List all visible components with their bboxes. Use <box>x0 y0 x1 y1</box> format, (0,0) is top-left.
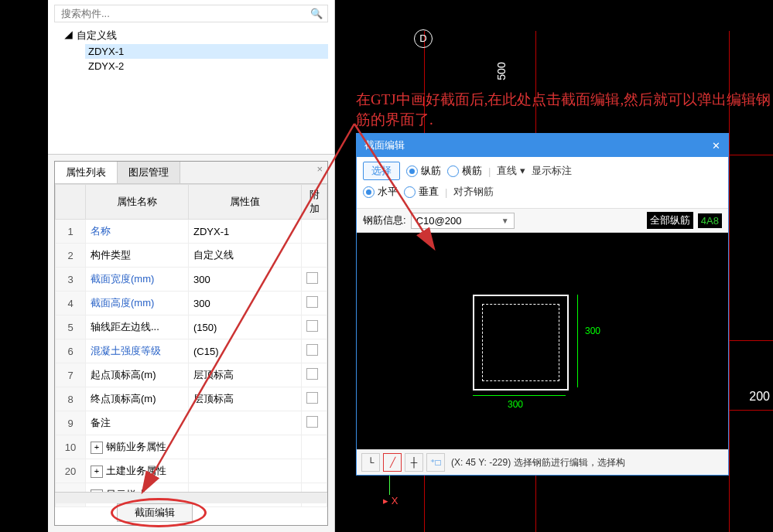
horizontal-scrollbar[interactable] <box>55 492 327 503</box>
dim-width: 300 <box>508 399 523 410</box>
search-row: 🔍 <box>54 5 328 22</box>
coords: (X: 45 Y: -229) <box>451 457 511 468</box>
radio-horizontal[interactable]: 水平 <box>363 185 398 199</box>
table-row[interactable]: 2构件类型自定义线 <box>56 244 327 268</box>
rebar-info-combo[interactable]: C10@200▼ <box>411 213 515 229</box>
show-dimensions[interactable]: 显示标注 <box>532 164 572 178</box>
left-panel: 🔍 ◢ 自定义线 ZDYX-1 ZDYX-2 × 属性列表 图层管理 属性名称 … <box>48 0 335 532</box>
cross-icon[interactable]: ┼ <box>405 453 423 472</box>
property-panel: × 属性列表 图层管理 属性名称 属性值 附加 1名称ZDYX-12构件类型自定… <box>54 161 328 526</box>
table-row[interactable]: 1名称ZDYX-1 <box>56 220 327 244</box>
line-tool[interactable]: 直线 ▾ <box>497 164 525 178</box>
col-header-extra: 附加 <box>302 185 327 220</box>
radio-horizontal-rebar[interactable]: 横筋 <box>447 164 482 178</box>
rebar-info-label: 钢筋信息: <box>363 213 406 227</box>
dialog-title: 截面编辑 <box>364 138 405 152</box>
table-row[interactable]: 20+土建业务属性 <box>56 459 327 483</box>
col-header-value: 属性值 <box>189 185 302 220</box>
bg-dimension-1: 500 <box>495 62 508 80</box>
table-row[interactable]: 9备注 <box>56 411 327 435</box>
axis-indicator: ▸ X <box>383 495 398 506</box>
table-row[interactable]: 6混凝土强度等级(C15) <box>56 339 327 363</box>
select-button[interactable]: 选择 <box>363 162 400 180</box>
col-header-name: 属性名称 <box>86 185 189 220</box>
annotation-text: 在GTJ中画好截面后,在此处点击截面编辑,然后就可以弹出编辑钢筋的界面了. <box>356 90 773 130</box>
bg-dimension-2: 200 <box>749 390 770 404</box>
radio-vertical-rebar[interactable]: 纵筋 <box>406 164 441 178</box>
close-icon[interactable]: × <box>316 163 323 175</box>
section-canvas[interactable]: 300 300 <box>357 233 728 449</box>
table-row[interactable]: 4截面高度(mm)300 <box>56 292 327 315</box>
section-edit-dialog: 截面编辑 ✕ 选择 纵筋 横筋 | 直线 ▾ 显示标注 水平 垂直 | 对齐钢筋… <box>356 133 729 476</box>
table-row[interactable]: 10+钢筋业务属性 <box>56 435 327 459</box>
diagonal-icon[interactable]: ╱ <box>383 453 402 472</box>
radio-vertical[interactable]: 垂直 <box>404 185 439 199</box>
status-hint: 选择钢筋进行编辑，选择构 <box>514 457 625 468</box>
dialog-close-icon[interactable]: ✕ <box>712 140 720 152</box>
table-row[interactable]: 8终点顶标高(m)层顶标高 <box>56 387 327 411</box>
property-table: 属性名称 属性值 附加 1名称ZDYX-12构件类型自定义线3截面宽度(mm)3… <box>55 184 327 507</box>
component-tree: 🔍 ◢ 自定义线 ZDYX-1 ZDYX-2 <box>48 0 334 155</box>
section-edit-button[interactable]: 截面编辑 <box>117 503 193 522</box>
all-rebar-value: 4A8 <box>698 213 722 228</box>
plus-icon[interactable]: ⁺□ <box>426 453 445 472</box>
table-row[interactable]: 7起点顶标高(m)层顶标高 <box>56 363 327 387</box>
align-rebar[interactable]: 对齐钢筋 <box>453 185 494 199</box>
table-row[interactable]: 5轴线距左边线...(150) <box>56 315 327 339</box>
dialog-titlebar[interactable]: 截面编辑 ✕ <box>357 134 728 157</box>
search-icon[interactable]: 🔍 <box>310 8 323 19</box>
section-outline <box>473 295 569 390</box>
dim-height: 300 <box>585 326 600 336</box>
search-input[interactable] <box>60 7 310 20</box>
grid-bubble: D <box>414 29 433 48</box>
tree-root[interactable]: ◢ 自定义线 <box>54 27 328 44</box>
all-rebar-label: 全部纵筋 <box>647 212 693 229</box>
dialog-statusbar: └ ╱ ┼ ⁺□ (X: 45 Y: -229) 选择钢筋进行编辑，选择构 <box>357 449 728 475</box>
tab-properties[interactable]: 属性列表 <box>55 162 118 183</box>
tree-item[interactable]: ZDYX-2 <box>85 59 328 73</box>
tree-item[interactable]: ZDYX-1 <box>85 44 328 59</box>
origin-icon[interactable]: └ <box>361 453 380 472</box>
tab-layers[interactable]: 图层管理 <box>118 162 180 183</box>
table-row[interactable]: 3截面宽度(mm)300 <box>56 268 327 292</box>
